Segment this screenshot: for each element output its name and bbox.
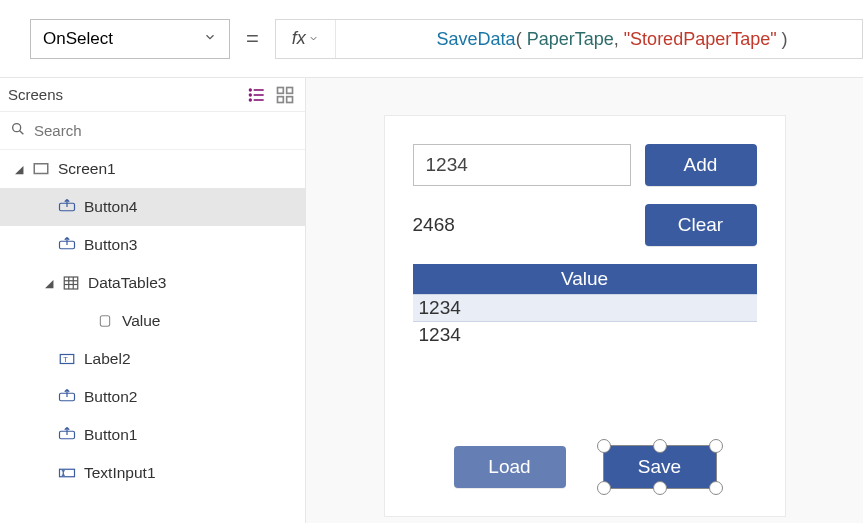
formula-text[interactable]: SaveData( PaperTape, "StoredPaperTape" ) bbox=[336, 7, 862, 71]
label-icon: T bbox=[58, 350, 76, 368]
tree-panel: Screens ◢ bbox=[0, 78, 306, 523]
table-header[interactable]: Value bbox=[413, 264, 757, 294]
tree-search-row bbox=[0, 112, 305, 150]
tree-item-button1[interactable]: Button1 bbox=[0, 416, 305, 454]
property-name: OnSelect bbox=[43, 29, 113, 49]
tree-item-button2[interactable]: Button2 bbox=[0, 378, 305, 416]
fx-icon[interactable]: fx bbox=[276, 20, 336, 58]
svg-rect-15 bbox=[64, 277, 78, 289]
table-row[interactable]: 1234 bbox=[413, 322, 757, 348]
chevron-down-icon bbox=[203, 29, 217, 49]
table-row[interactable]: 1234 bbox=[413, 294, 757, 322]
button-icon bbox=[58, 388, 76, 406]
text-input[interactable]: 1234 bbox=[413, 144, 631, 186]
resize-handle[interactable] bbox=[709, 481, 723, 495]
load-button[interactable]: Load bbox=[454, 446, 566, 488]
add-button[interactable]: Add bbox=[645, 144, 757, 186]
screen-icon bbox=[32, 160, 50, 178]
chevron-down-icon: ◢ bbox=[14, 163, 24, 176]
svg-rect-9 bbox=[287, 96, 293, 102]
resize-handle[interactable] bbox=[653, 481, 667, 495]
property-selector[interactable]: OnSelect bbox=[30, 19, 230, 59]
resize-handle[interactable] bbox=[597, 439, 611, 453]
tree-item-label2[interactable]: T Label2 bbox=[0, 340, 305, 378]
tree-item-screen1[interactable]: ◢ Screen1 bbox=[0, 150, 305, 188]
result-label: 2468 bbox=[413, 214, 631, 236]
svg-point-10 bbox=[13, 123, 21, 131]
resize-handle[interactable] bbox=[709, 439, 723, 453]
datatable-icon bbox=[62, 274, 80, 292]
tree-item-datatable3[interactable]: ◢ DataTable3 bbox=[0, 264, 305, 302]
svg-text:T: T bbox=[63, 355, 68, 364]
tree-item-button3[interactable]: Button3 bbox=[0, 226, 305, 264]
svg-point-3 bbox=[250, 89, 252, 91]
button-icon bbox=[58, 426, 76, 444]
search-input[interactable] bbox=[34, 122, 295, 139]
svg-point-4 bbox=[250, 94, 252, 96]
equals-sign: = bbox=[246, 26, 259, 52]
svg-rect-12 bbox=[34, 164, 48, 174]
search-icon bbox=[10, 121, 26, 141]
formula-bar[interactable]: fx SaveData( PaperTape, "StoredPaperTape… bbox=[275, 19, 863, 59]
svg-rect-20 bbox=[100, 316, 109, 327]
button-icon bbox=[58, 236, 76, 254]
chevron-down-icon: ◢ bbox=[44, 277, 54, 290]
resize-handle[interactable] bbox=[597, 481, 611, 495]
app-frame[interactable]: 1234 Add 2468 Clear Value 123 bbox=[385, 116, 785, 516]
tree-title: Screens bbox=[8, 86, 63, 103]
svg-point-5 bbox=[250, 99, 252, 101]
data-table[interactable]: Value 1234 1234 bbox=[413, 264, 757, 348]
button-icon bbox=[58, 198, 76, 216]
tree-thumbnail-icon[interactable] bbox=[275, 85, 295, 105]
resize-handle[interactable] bbox=[653, 439, 667, 453]
column-icon bbox=[96, 312, 114, 330]
tree-item-value-column[interactable]: Value bbox=[0, 302, 305, 340]
tree-list-icon[interactable] bbox=[247, 85, 267, 105]
save-button-selection[interactable]: Save bbox=[604, 446, 716, 488]
svg-line-11 bbox=[20, 130, 24, 134]
tree-item-textinput1[interactable]: TextInput1 bbox=[0, 454, 305, 492]
tree-item-button4[interactable]: Button4 bbox=[0, 188, 305, 226]
textinput-icon bbox=[58, 464, 76, 482]
clear-button[interactable]: Clear bbox=[645, 204, 757, 246]
svg-rect-7 bbox=[287, 87, 293, 93]
svg-rect-6 bbox=[278, 87, 284, 93]
tree-view: ◢ Screen1 Button4 Button3 bbox=[0, 150, 305, 523]
canvas-area[interactable]: 1234 Add 2468 Clear Value 123 bbox=[306, 78, 863, 523]
svg-rect-8 bbox=[278, 96, 284, 102]
